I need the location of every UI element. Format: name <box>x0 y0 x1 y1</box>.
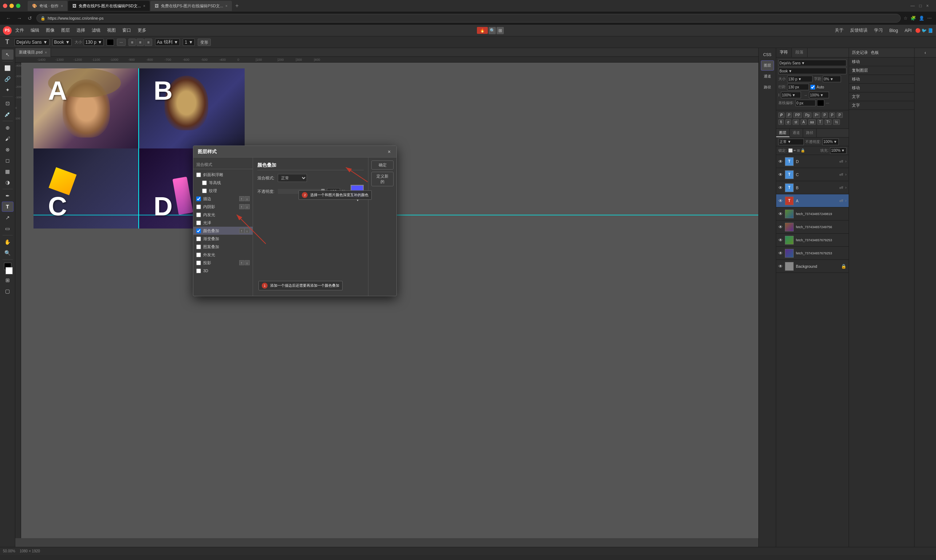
tab-qiyu[interactable]: 🎨 奇域 · 创作 × <box>28 1 67 11</box>
auto-checkbox[interactable] <box>810 85 815 89</box>
layer-C-vis[interactable]: 👁 <box>778 172 783 177</box>
inner-glow-checkbox[interactable] <box>196 212 201 217</box>
fullscreen-btn[interactable]: ⊞ <box>497 27 504 34</box>
inner-shadow-checkbox[interactable] <box>196 205 201 209</box>
menu-about[interactable]: 关于 <box>832 26 847 35</box>
char-fi-btn[interactable]: fi <box>778 119 784 125</box>
char-super-btn[interactable]: P² <box>813 112 820 118</box>
blend-mode-dropdown[interactable]: 正常 溶解 正片叠底 <box>278 174 307 182</box>
url-bar[interactable]: 🔒 https://www.logosc.cn/online-ps <box>36 14 901 23</box>
search-btn[interactable]: 🔍 <box>489 27 496 34</box>
layer-A[interactable]: 👁 T A eff › <box>776 194 849 208</box>
layers-blend-mode[interactable]: 正常 ▼ <box>778 138 804 145</box>
para-tab[interactable]: 段落 <box>792 48 808 57</box>
user-icon[interactable]: 👤 <box>919 15 924 21</box>
window-minimize-btn[interactable]: — <box>911 3 915 8</box>
baseline-more[interactable]: ··· <box>826 100 829 106</box>
contour-checkbox[interactable] <box>202 180 207 185</box>
window-restore-btn[interactable]: □ <box>919 3 922 8</box>
tab-qiyu-close[interactable]: × <box>61 4 63 8</box>
layer-B[interactable]: 👁 T B eff › <box>776 181 849 194</box>
confirm-btn[interactable]: 确定 <box>372 160 393 169</box>
layer-B-expand[interactable]: › <box>845 186 847 189</box>
color-overlay-up-btn[interactable]: ↑ <box>239 228 244 233</box>
layers-tab-paths[interactable]: 路径 <box>803 129 817 137</box>
char-font-family[interactable]: DejaVu Sans ▼ <box>778 60 847 66</box>
tool-eraser[interactable]: ◻ <box>2 155 14 166</box>
sidebar-inner-glow[interactable]: 内发光 <box>193 211 253 219</box>
drop-shadow-down-btn[interactable]: ↓ <box>245 260 250 265</box>
layer-fetch4-vis[interactable]: 👁 <box>778 251 783 256</box>
reload-btn[interactable]: ↺ <box>26 15 34 22</box>
char-font-style[interactable]: Book ▼ <box>778 68 847 74</box>
char-tab[interactable]: 字符 <box>776 48 792 57</box>
char-strike-btn[interactable]: P <box>829 112 836 118</box>
tab-ps2-close[interactable]: × <box>225 4 228 8</box>
ext-icon[interactable]: 🧩 <box>911 15 916 21</box>
font-style-select[interactable]: Book ▼ <box>52 38 72 46</box>
menu-window[interactable]: 窗口 <box>119 26 134 35</box>
css-panel-btn[interactable]: CSS <box>761 49 774 60</box>
window-x-btn[interactable]: × <box>926 3 929 8</box>
back-btn[interactable]: ← <box>5 15 12 22</box>
tool-path[interactable]: ↗ <box>2 212 14 223</box>
tool-marquee[interactable]: ⬜ <box>2 63 14 73</box>
tab-ps1-close[interactable]: × <box>143 4 145 8</box>
char-under-btn[interactable]: P <box>822 112 828 118</box>
baseline-input[interactable]: 0 px <box>796 100 816 106</box>
tool-dodge[interactable]: ◑ <box>2 177 14 188</box>
window-controls[interactable] <box>3 4 20 8</box>
lock-all[interactable]: 🔒 <box>800 148 805 152</box>
align-center-btn[interactable]: ≡ <box>137 38 144 46</box>
info-panel-toggle[interactable]: ‹ <box>914 48 936 57</box>
texture-checkbox[interactable] <box>202 188 207 193</box>
char-aa-btn[interactable]: aa <box>808 119 816 125</box>
satin-checkbox[interactable] <box>196 220 201 225</box>
tracking-select[interactable]: 0% ▼ <box>823 76 841 82</box>
layers-panel-btn[interactable]: 图层 <box>761 60 774 71</box>
layer-C-eff[interactable]: eff <box>839 173 843 177</box>
char-pp-btn[interactable]: PP <box>793 112 802 118</box>
channels-panel-btn[interactable]: 通道 <box>761 71 774 82</box>
scale-h-input[interactable]: 100% ▼ <box>781 92 801 98</box>
define-new-btn[interactable]: 定义新的 <box>372 172 393 186</box>
window-max-btn[interactable] <box>16 4 20 8</box>
sidebar-drop-shadow[interactable]: 投影 ↑ ↓ <box>193 259 253 267</box>
lock-art[interactable]: ⊞ <box>797 148 800 152</box>
stroke-checkbox[interactable] <box>196 197 201 201</box>
tool-zoom[interactable]: 🔍 <box>2 248 14 258</box>
layer-D-vis[interactable]: 👁 <box>778 159 783 164</box>
char-t1-btn[interactable]: T <box>817 119 823 125</box>
font-size-select[interactable]: 130 p ▼ <box>84 38 104 46</box>
char-frac-btn[interactable]: P <box>837 112 843 118</box>
tab-ps-2[interactable]: 🖼 免费在线PS-图片在线编辑PSD文... × <box>150 1 232 11</box>
sidebar-bevel[interactable]: 斜面和浮雕 <box>193 171 253 178</box>
sidebar-stroke[interactable]: 描边 ↑ ↓ <box>193 195 253 203</box>
char-italic-btn[interactable]: P <box>786 112 792 118</box>
dialog-close-btn[interactable]: × <box>386 149 392 155</box>
menu-filter[interactable]: 滤镜 <box>89 26 103 35</box>
layer-fetch3[interactable]: 👁 fetch_737434657679253 <box>776 234 849 247</box>
history-move-3[interactable]: 移动 <box>849 84 914 92</box>
layer-A-expand[interactable]: › <box>845 198 847 203</box>
lock-pixel[interactable]: ⬜ <box>788 148 793 152</box>
char-a-btn[interactable]: A <box>800 119 807 125</box>
menu-edit[interactable]: 编辑 <box>28 26 42 35</box>
drop-shadow-up-btn[interactable]: ↑ <box>239 260 244 265</box>
menu-blog[interactable]: Blog <box>887 26 901 35</box>
char-st-btn[interactable]: st <box>793 119 799 125</box>
layer-fetch2[interactable]: 👁 fetch_737434657249756 <box>776 220 849 234</box>
color-overlay-checkbox[interactable] <box>196 229 201 233</box>
tool-screen-mode[interactable]: ▢ <box>2 286 14 296</box>
layer-D[interactable]: 👁 T D eff › <box>776 155 849 168</box>
char-half-btn[interactable]: ½ <box>833 119 839 125</box>
twitter-icon[interactable]: 🐦 <box>921 28 927 33</box>
star-icon[interactable]: ☆ <box>904 15 908 21</box>
canvas-tab-close[interactable]: × <box>45 50 47 55</box>
tool-crop[interactable]: ⊡ <box>2 98 14 108</box>
transform-btn[interactable]: 变形 <box>198 38 211 46</box>
tool-brush[interactable]: 🖌 <box>2 134 14 144</box>
layer-fetch3-vis[interactable]: 👁 <box>778 238 783 243</box>
char-sigma-btn[interactable]: σ <box>785 119 791 125</box>
font-family-select[interactable]: DejaVu Sans ▼ <box>15 38 49 46</box>
